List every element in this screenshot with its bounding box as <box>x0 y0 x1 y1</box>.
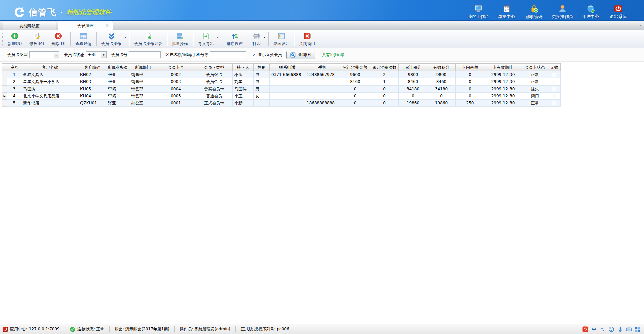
cell[interactable]: 小蓝 <box>233 71 254 78</box>
table-row[interactable]: 1蓝猫文具店KH02张亚销售部0002会员银卡小蓝男0371-666688813… <box>2 71 561 78</box>
cell[interactable]: 34180 <box>427 86 456 93</box>
cell[interactable]: 销售部 <box>129 86 156 93</box>
lang-zh-icon[interactable]: 中 <box>591 326 597 332</box>
column-header[interactable]: 客户名称 <box>21 64 78 71</box>
cell[interactable]: 张亚 <box>106 100 129 107</box>
cell[interactable]: 新华书店 <box>21 100 78 107</box>
cell[interactable]: 2 <box>370 71 399 78</box>
close-window-button[interactable]: 关闭窗口 <box>296 30 319 48</box>
cell[interactable]: KH03 <box>78 78 106 86</box>
voice-input-icon[interactable] <box>617 326 623 332</box>
cell[interactable] <box>254 100 270 107</box>
cell[interactable]: 0 <box>456 86 484 93</box>
cell[interactable]: 9800 <box>399 71 427 78</box>
cell[interactable]: 正式会员卡 <box>196 100 233 107</box>
invalid-checkbox[interactable] <box>552 73 556 77</box>
cell[interactable]: 张亚 <box>106 71 129 78</box>
column-header[interactable]: 所属部门 <box>129 64 156 71</box>
punctuation-icon[interactable]: °, <box>600 326 606 332</box>
table-row[interactable]: ▶4北京小学文具用品店KH04李拓销售部0005普通会员小王女000002999… <box>2 93 561 100</box>
cell[interactable] <box>548 78 561 86</box>
column-header[interactable]: 会员卡状态 <box>522 64 548 71</box>
cell[interactable]: 男 <box>254 71 270 78</box>
cell[interactable]: 贵宾会员卡 <box>196 86 233 93</box>
show-invalid-checkbox[interactable]: ✔ <box>252 53 256 57</box>
column-header[interactable]: 客户编码 <box>78 64 106 71</box>
dropdown-arrow-icon[interactable]: ▾ <box>124 36 126 39</box>
edit-button[interactable]: 修改(M) <box>25 30 48 48</box>
quick-action-bill-center[interactable]: 单据中心 <box>497 4 517 20</box>
query-button[interactable]: 查询(F) <box>286 51 315 59</box>
cell[interactable]: 3 <box>7 86 21 93</box>
cell[interactable]: KH02 <box>78 71 106 78</box>
quick-action-exit-system[interactable]: 退出系统 <box>608 4 628 20</box>
cell[interactable]: 18688888888 <box>305 100 340 107</box>
toolbar-grip[interactable] <box>2 33 3 45</box>
cell[interactable]: 李拓 <box>106 93 129 100</box>
cell[interactable]: 正常 <box>522 71 548 78</box>
cell[interactable]: 4 <box>7 93 21 100</box>
cell[interactable]: 0005 <box>156 93 196 100</box>
cell[interactable]: 0003 <box>156 78 196 86</box>
cell[interactable] <box>548 71 561 78</box>
cell[interactable]: 2999-12-30 <box>484 86 522 93</box>
cell[interactable] <box>548 100 561 107</box>
cell[interactable]: 9600 <box>340 71 370 78</box>
quick-action-switch-operator[interactable]: 更换操作员 <box>552 4 573 20</box>
dropdown-arrow-icon[interactable]: ▾ <box>264 36 265 39</box>
cell[interactable]: 0 <box>456 78 484 86</box>
column-header[interactable]: 所属业务员 <box>106 64 129 71</box>
tab-member-management[interactable]: 会员管理 × <box>58 21 113 30</box>
cell[interactable]: 1 <box>370 78 399 86</box>
cell[interactable]: 女 <box>254 93 270 100</box>
cell[interactable]: 0 <box>456 71 484 78</box>
quick-action-my-workbench[interactable]: 我的工作台 <box>468 4 489 20</box>
invalid-checkbox[interactable] <box>552 94 556 98</box>
cell[interactable]: QZKH01 <box>78 100 106 107</box>
column-header[interactable]: 无效 <box>548 64 561 71</box>
cell[interactable]: 男 <box>254 78 270 86</box>
column-header[interactable]: 累计积分 <box>399 64 427 71</box>
cell[interactable] <box>270 78 305 86</box>
column-header[interactable]: 累计消费次数 <box>370 64 399 71</box>
cell[interactable]: 销售部 <box>129 93 156 100</box>
cell[interactable] <box>270 86 305 93</box>
cell[interactable]: 13488667978 <box>305 71 340 78</box>
import-export-button[interactable]: 导入导出▾ <box>194 30 221 48</box>
cell[interactable]: 2999-12-30 <box>484 100 522 107</box>
column-header[interactable]: 会员卡号 <box>156 64 196 71</box>
cell[interactable] <box>270 100 305 107</box>
batch-operations-button[interactable]: 批量操作 <box>168 30 192 48</box>
table-row[interactable]: 3马国涛KH05李拓销售部0004贵宾会员卡马国涛男00341803418002… <box>2 86 561 93</box>
card-status-select[interactable]: 全部 ▼ <box>86 51 107 58</box>
cell[interactable]: 0 <box>370 93 399 100</box>
cell[interactable]: 2999-12-30 <box>484 78 522 86</box>
cell[interactable]: 8160 <box>340 78 370 86</box>
column-header[interactable]: 序号 <box>7 64 21 71</box>
table-row[interactable]: 2星星文具第一小学店KH03张亚销售部0003会员金卡刘星男8160184608… <box>2 78 561 86</box>
cell[interactable] <box>305 93 340 100</box>
cell[interactable]: 小王 <box>233 93 254 100</box>
chevron-down-icon[interactable]: ˅ <box>640 25 642 29</box>
cell[interactable]: 普通会员 <box>196 93 233 100</box>
cell[interactable]: 19860 <box>427 100 456 107</box>
print-button[interactable]: 打印▾ <box>249 30 267 48</box>
select-arrow-icon[interactable]: ▼ <box>101 52 106 58</box>
invalid-checkbox[interactable] <box>552 80 556 84</box>
cell[interactable]: 北京小学文具用品店 <box>21 93 78 100</box>
column-header[interactable]: 卡内余额 <box>456 64 484 71</box>
cell[interactable]: 0371-6666888 <box>270 71 305 78</box>
table-row[interactable]: 5新华书店QZKH01张亚办公室0001正式会员卡小新1868888888800… <box>2 100 561 107</box>
cell[interactable]: 2999-12-30 <box>484 71 522 78</box>
quick-action-user-center[interactable]: 用户中心 <box>581 4 600 20</box>
column-header[interactable]: 累计消费金额 <box>340 64 370 71</box>
cell[interactable]: 会员银卡 <box>196 71 233 78</box>
cell[interactable]: 会员金卡 <box>196 78 233 86</box>
card-operations-button[interactable]: 会员卡操作▾ <box>98 30 128 48</box>
cell[interactable]: 0 <box>340 86 370 93</box>
cell[interactable]: 星星文具第一小学店 <box>21 78 78 86</box>
cell[interactable]: 9800 <box>427 71 456 78</box>
cell[interactable]: KH04 <box>78 93 106 100</box>
cell[interactable]: 办公室 <box>129 100 156 107</box>
cell[interactable]: 2 <box>7 78 21 86</box>
